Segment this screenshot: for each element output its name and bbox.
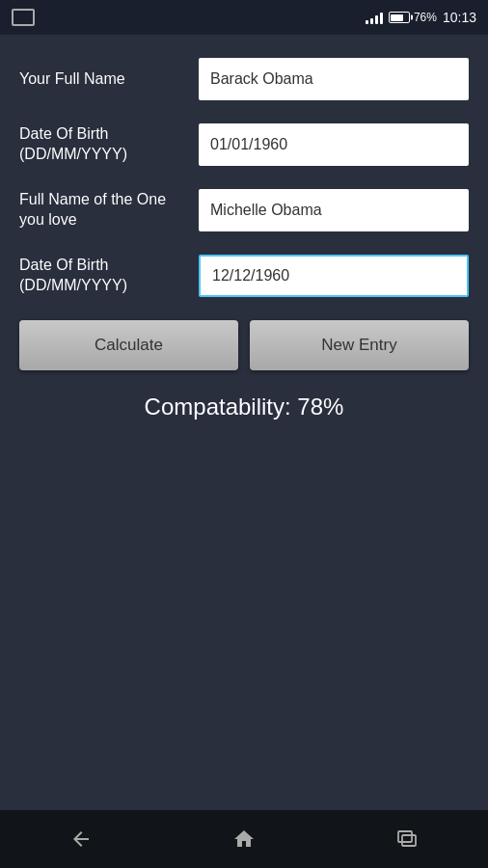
partner-name-row: Full Name of the One you love [19,189,469,231]
your-dob-row: Date Of Birth (DD/MM/YYYY) [19,123,469,166]
new-entry-button[interactable]: New Entry [250,320,469,370]
your-dob-label: Date Of Birth (DD/MM/YYYY) [19,124,183,165]
your-name-input[interactable] [199,58,469,100]
recents-button[interactable] [378,820,436,858]
calculate-button[interactable]: Calculate [19,320,238,370]
main-content: Your Full Name Date Of Birth (DD/MM/YYYY… [0,35,488,810]
your-dob-input[interactable] [199,123,469,166]
recents-icon [395,827,419,851]
battery-body [389,12,410,23]
status-bar-left [12,9,358,26]
back-icon [69,827,93,851]
signal-bar-1 [366,20,368,24]
svg-rect-0 [398,831,412,842]
bottom-nav [0,810,488,868]
signal-bar-3 [375,15,378,24]
signal-bar-2 [370,18,373,24]
partner-dob-row: Date Of Birth (DD/MM/YYYY) [19,255,469,297]
your-name-label: Your Full Name [19,69,183,90]
home-button[interactable] [215,820,273,858]
svg-rect-1 [402,835,416,846]
image-icon [12,9,35,26]
battery-icon: 76% [389,11,437,24]
partner-dob-input[interactable] [199,255,469,297]
signal-bar-4 [380,13,383,24]
button-row: Calculate New Entry [19,320,469,370]
signal-icon [366,11,383,24]
home-icon [232,827,256,851]
battery-fill [391,14,403,21]
back-button[interactable] [52,820,110,858]
clock: 10:13 [443,10,476,25]
status-icons: 76% 10:13 [366,10,476,25]
partner-name-input[interactable] [199,189,469,231]
your-name-row: Your Full Name [19,58,469,100]
battery-percent: 76% [414,11,437,24]
partner-name-label: Full Name of the One you love [19,190,183,231]
partner-dob-label: Date Of Birth (DD/MM/YYYY) [19,256,183,296]
status-bar: 76% 10:13 [0,0,488,35]
result-display: Compatability: 78% [19,393,469,420]
